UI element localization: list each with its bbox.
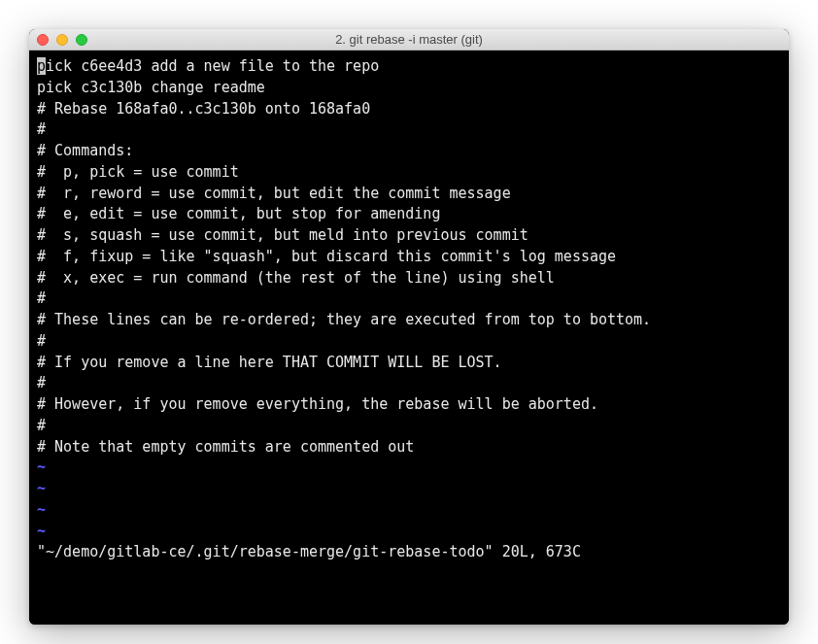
comment-line: # bbox=[37, 331, 781, 353]
titlebar[interactable]: 2. git rebase -i master (git) bbox=[29, 29, 789, 51]
vim-tilde: ~ bbox=[37, 500, 781, 522]
terminal-window: 2. git rebase -i master (git) pick c6ee4… bbox=[29, 29, 789, 625]
vim-tilde: ~ bbox=[37, 522, 781, 543]
window-title: 2. git rebase -i master (git) bbox=[29, 32, 789, 47]
vim-tilde: ~ bbox=[37, 479, 781, 500]
comment-line: # p, pick = use commit bbox=[37, 162, 781, 184]
comment-line: # s, squash = use commit, but meld into … bbox=[37, 225, 781, 247]
close-icon[interactable] bbox=[37, 34, 49, 46]
terminal-content[interactable]: pick c6ee4d3 add a new file to the repop… bbox=[29, 51, 789, 625]
comment-line: # e, edit = use commit, but stop for ame… bbox=[37, 204, 781, 225]
comment-line: # Rebase 168afa0..c3c130b onto 168afa0 bbox=[37, 99, 781, 120]
comment-line: # If you remove a line here THAT COMMIT … bbox=[37, 353, 781, 374]
comment-line: # bbox=[37, 416, 781, 437]
traffic-lights bbox=[29, 34, 87, 46]
comment-line: # x, exec = run command (the rest of the… bbox=[37, 268, 781, 289]
comment-line: # bbox=[37, 373, 781, 394]
vim-tilde: ~ bbox=[37, 458, 781, 479]
comment-line: # Note that empty commits are commented … bbox=[37, 437, 781, 458]
comment-line: # Commands: bbox=[37, 141, 781, 162]
minimize-icon[interactable] bbox=[56, 34, 68, 46]
cursor: p bbox=[37, 57, 46, 75]
comment-line: # bbox=[37, 288, 781, 310]
line-text: ick c6ee4d3 add a new file to the repo bbox=[46, 57, 379, 75]
vim-status-line: "~/demo/gitlab-ce/.git/rebase-merge/git-… bbox=[37, 542, 781, 563]
editor-line: pick c6ee4d3 add a new file to the repo bbox=[37, 56, 781, 78]
comment-line: # These lines can be re-ordered; they ar… bbox=[37, 310, 781, 331]
maximize-icon[interactable] bbox=[76, 34, 87, 46]
comment-line: # r, reword = use commit, but edit the c… bbox=[37, 184, 781, 205]
comment-line: # However, if you remove everything, the… bbox=[37, 394, 781, 416]
comment-line: # bbox=[37, 119, 781, 141]
comment-line: # f, fixup = like "squash", but discard … bbox=[37, 247, 781, 268]
editor-line: pick c3c130b change readme bbox=[37, 78, 781, 99]
